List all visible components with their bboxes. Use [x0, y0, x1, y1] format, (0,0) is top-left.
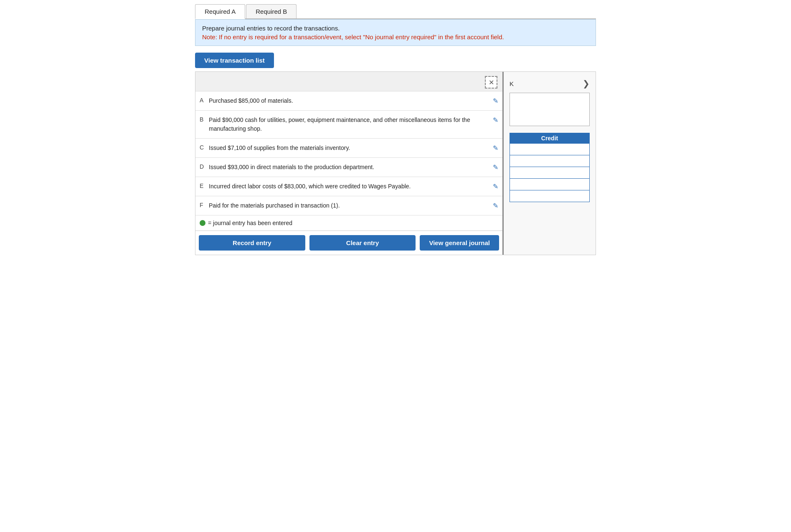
view-general-journal-button[interactable]: View general journal — [420, 235, 499, 251]
edit-icon-a[interactable]: ✎ — [489, 96, 498, 105]
transaction-description-e: Incurred direct labor costs of $83,000, … — [209, 182, 489, 191]
chevron-right-icon[interactable]: ❯ — [583, 79, 590, 89]
green-dot-icon — [200, 220, 205, 226]
credit-input-5[interactable] — [510, 190, 590, 202]
right-panel: K ❯ Credit — [504, 72, 596, 255]
main-container: ✕ A Purchased $85,000 of materials. ✎ B … — [195, 71, 596, 255]
credit-input-3[interactable] — [510, 167, 590, 179]
transaction-description-d: Issued $93,000 in direct materials to th… — [209, 163, 489, 172]
transaction-letter-d: D — [200, 163, 209, 170]
tab-required-b[interactable]: Required B — [246, 4, 297, 18]
transaction-letter-a: A — [200, 96, 209, 104]
transaction-letter-c: C — [200, 144, 209, 151]
tabs-container: Required A Required B — [195, 4, 596, 19]
edit-icon-d[interactable]: ✎ — [489, 163, 498, 171]
list-item: F Paid for the materials purchased in tr… — [195, 196, 502, 215]
edit-icon-e[interactable]: ✎ — [489, 182, 498, 190]
close-icon[interactable]: ✕ — [485, 76, 497, 89]
transaction-description-c: Issued $7,100 of supplies from the mater… — [209, 144, 489, 152]
edit-icon-b[interactable]: ✎ — [489, 116, 498, 124]
transaction-letter-e: E — [200, 182, 209, 189]
k-label: K — [510, 80, 514, 87]
transaction-letter-f: F — [200, 201, 209, 208]
edit-icon-f[interactable]: ✎ — [489, 201, 498, 210]
transaction-description-f: Paid for the materials purchased in tran… — [209, 201, 489, 210]
transaction-list: A Purchased $85,000 of materials. ✎ B Pa… — [195, 91, 502, 215]
credit-input-2[interactable] — [510, 155, 590, 167]
note-row: = journal entry has been entered — [195, 215, 502, 231]
edit-icon-c[interactable]: ✎ — [489, 144, 498, 152]
list-item: C Issued $7,100 of supplies from the mat… — [195, 138, 502, 157]
info-note-text: Note: If no entry is required for a tran… — [202, 33, 589, 41]
bottom-buttons-area: Record entry Clear entry View general jo… — [195, 231, 502, 255]
tab-required-a[interactable]: Required A — [195, 4, 245, 19]
top-row: ✕ — [195, 72, 502, 91]
list-item: B Paid $90,000 cash for utilities, power… — [195, 110, 502, 138]
record-entry-button[interactable]: Record entry — [199, 235, 305, 251]
right-top-row: K ❯ — [504, 72, 596, 93]
left-panel: ✕ A Purchased $85,000 of materials. ✎ B … — [195, 72, 504, 255]
credit-input-1[interactable] — [510, 144, 590, 155]
right-input-box[interactable] — [510, 93, 590, 126]
note-label: = journal entry has been entered — [208, 220, 292, 226]
list-item: D Issued $93,000 in direct materials to … — [195, 157, 502, 177]
list-item: A Purchased $85,000 of materials. ✎ — [195, 91, 502, 110]
credit-input-4[interactable] — [510, 179, 590, 190]
transaction-description-b: Paid $90,000 cash for utilities, power, … — [209, 116, 489, 133]
credit-section: Credit — [504, 130, 596, 202]
info-main-text: Prepare journal entries to record the tr… — [202, 25, 589, 32]
credit-inputs — [510, 144, 590, 202]
list-item: E Incurred direct labor costs of $83,000… — [195, 177, 502, 196]
clear-entry-button[interactable]: Clear entry — [309, 235, 416, 251]
view-transaction-list-button[interactable]: View transaction list — [195, 53, 274, 68]
transaction-description-a: Purchased $85,000 of materials. — [209, 96, 489, 105]
transaction-letter-b: B — [200, 116, 209, 123]
info-box: Prepare journal entries to record the tr… — [195, 19, 596, 46]
credit-label: Credit — [510, 133, 590, 144]
